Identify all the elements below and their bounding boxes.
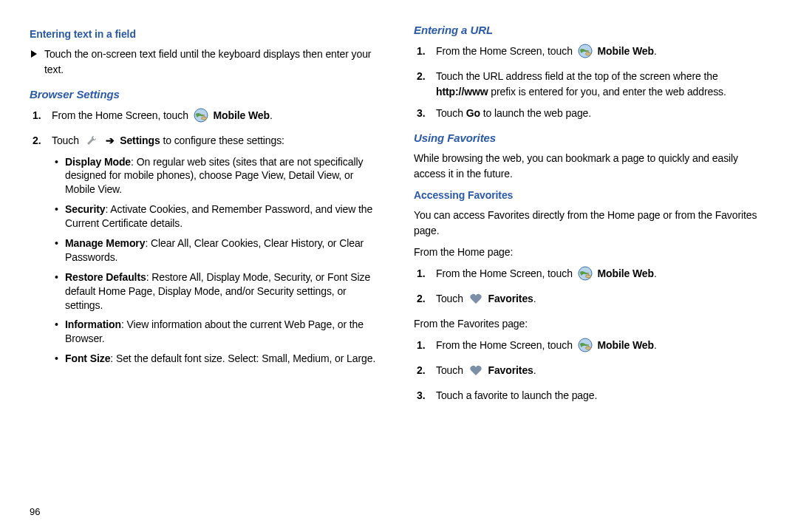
step-bold: Settings [120,134,160,146]
heart-icon [468,363,483,382]
left-column: Entering text in a field Touch the on-sc… [30,22,384,495]
bullet-item: Touch the on-screen text field until the… [30,47,384,78]
wrench-icon [84,133,99,152]
heading-browser-settings: Browser Settings [30,86,384,103]
right-column: Entering a URL 1. From the Home Screen, … [414,22,768,495]
page-number: 96 [30,505,40,519]
heading-entering-url: Entering a URL [414,22,768,39]
favorites-intro: While browsing the web, you can bookmark… [414,151,768,182]
list-item: Manage Memory: Clear All, Clear Cookies,… [65,236,384,265]
step-number: 2. [417,291,425,307]
from-home-label: From the Home page: [414,245,768,260]
triangle-bullet-icon [31,50,37,58]
favorites-access-intro: You can access Favorites directly from t… [414,208,768,239]
step-number: 3. [417,388,425,403]
step-3: 3. Touch Go to launch the web page. [433,106,768,121]
step-1: 1. From the Home Screen, touch Mobile We… [433,266,768,285]
step-number: 1. [417,338,425,353]
list-item: Security: Activate Cookies, and Remember… [65,202,384,231]
settings-sublist: Display Mode: On regular web sites (site… [52,155,384,366]
list-item: Font Size: Set the default font size. Se… [65,352,384,366]
url-steps: 1. From the Home Screen, touch Mobile We… [414,44,768,121]
step-text: From the Home Screen, touch [52,109,188,121]
arrow-icon: ➔ [106,134,115,146]
heading-accessing-favorites: Accessing Favorites [414,188,768,203]
list-item: Restore Defaults: Restore All, Display M… [65,270,384,313]
heading-entering-text: Entering text in a field [30,27,384,42]
list-item: Information: View information about the … [65,318,384,346]
step-number: 1. [417,44,425,59]
list-item: Display Mode: On regular web sites (site… [65,155,384,197]
step-bold: Mobile Web [213,109,270,121]
step-number: 1. [417,266,425,282]
step-2: 2. Touch the URL address field at the to… [433,69,768,100]
step-1: 1. From the Home Screen, touch Mobile We… [49,108,384,127]
step-number: 2. [33,133,41,149]
from-favorites-label: From the Favorites page: [414,316,768,332]
step-1: 1. From the Home Screen, touch Mobile We… [433,338,768,357]
step-number: 2. [417,363,425,378]
mobile-web-icon [578,338,593,357]
step-text: Touch [52,134,79,146]
from-home-steps: 1. From the Home Screen, touch Mobile We… [414,266,768,310]
step-2: 2. Touch ➔ Settings to configure these s… [49,133,384,366]
browser-settings-steps: 1. From the Home Screen, touch Mobile We… [30,108,384,366]
bullet-text: Touch the on-screen text field until the… [44,47,384,78]
step-3: 3. Touch a favorite to launch the page. [433,388,768,403]
mobile-web-icon [578,44,593,63]
mobile-web-icon [578,266,593,285]
step-1: 1. From the Home Screen, touch Mobile We… [433,44,768,63]
mobile-web-icon [194,108,208,127]
step-number: 1. [33,108,41,123]
heart-icon [468,291,483,310]
heading-using-favorites: Using Favorites [414,130,768,147]
from-favorites-steps: 1. From the Home Screen, touch Mobile We… [414,338,768,403]
step-2: 2. Touch Favorites. [433,363,768,382]
step-number: 2. [417,69,425,84]
step-2: 2. Touch Favorites. [433,291,768,310]
step-number: 3. [417,106,425,121]
